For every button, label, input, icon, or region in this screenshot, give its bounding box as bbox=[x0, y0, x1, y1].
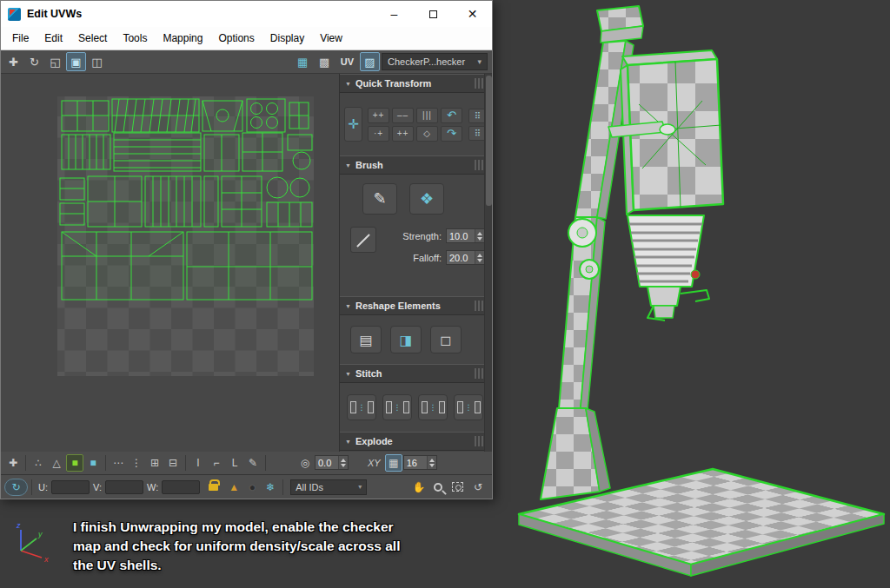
menu-select[interactable]: Select bbox=[70, 32, 115, 44]
stitch-to-average-button[interactable]: ⋮ bbox=[418, 394, 448, 420]
snap-checker-icon[interactable]: ▦ bbox=[293, 52, 313, 71]
rollout-reshape-elements[interactable]: ▼ Reshape Elements bbox=[340, 296, 492, 315]
relax-brush-button[interactable]: ❖ bbox=[409, 183, 444, 215]
align-vertical-button[interactable]: ·+ bbox=[368, 126, 389, 142]
edge-ring-button[interactable]: ⋮ bbox=[128, 454, 145, 472]
straighten-button[interactable]: ▤ bbox=[350, 326, 382, 353]
align-vertical-button[interactable]: I bbox=[189, 454, 207, 472]
align-element-button[interactable]: ◇ bbox=[416, 126, 438, 142]
freeform-mode-icon[interactable]: ▣ bbox=[66, 52, 86, 71]
stitch-to-target-button[interactable]: ⋮ bbox=[382, 394, 412, 420]
shrink-selection-button[interactable]: ⊟ bbox=[164, 454, 182, 472]
rollout-stitch[interactable]: ▼ Stitch bbox=[340, 364, 492, 383]
rollout-brush[interactable]: ▼ Brush bbox=[340, 155, 492, 175]
edge-mode-button[interactable]: △ bbox=[48, 454, 65, 472]
show-map-icon[interactable]: ▨ bbox=[360, 52, 380, 71]
grid-size-value[interactable]: 16 bbox=[404, 458, 427, 468]
divider bbox=[265, 455, 266, 471]
arc-rotate-icon[interactable]: ↺ bbox=[469, 479, 487, 496]
relax-button[interactable]: ◨ bbox=[390, 326, 422, 353]
close-button[interactable]: ✕ bbox=[453, 1, 492, 27]
axis-space-label[interactable]: XY bbox=[364, 458, 384, 468]
model-enlarger[interactable] bbox=[519, 6, 884, 576]
sphere-icon[interactable]: ● bbox=[243, 479, 261, 496]
falloff-spinner[interactable]: 20.0 bbox=[446, 250, 485, 265]
rotate-center-icon[interactable]: ◎ bbox=[296, 454, 314, 472]
spinner-arrows-icon[interactable] bbox=[475, 251, 484, 264]
strength-value[interactable]: 10.0 bbox=[447, 231, 475, 241]
map-selector-value: CheckerP...hecker bbox=[388, 56, 465, 67]
panel-scrollbar-thumb[interactable] bbox=[486, 76, 492, 206]
v-input[interactable] bbox=[105, 480, 143, 494]
status-toolbar: ↻ U: V: W: ▲ ● ❄ All IDs ▾ ✋ ↺ bbox=[1, 474, 492, 499]
falloff-row: Falloff: 20.0 bbox=[383, 250, 485, 265]
rotate-tool-icon[interactable]: ↻ bbox=[24, 52, 44, 71]
tile-map-icon[interactable]: ▩ bbox=[315, 52, 335, 71]
align-corner-button[interactable]: ⌐ bbox=[208, 454, 225, 472]
u-input[interactable] bbox=[51, 480, 90, 494]
rollout-quick-transform[interactable]: ▼ Quick Transform bbox=[340, 74, 492, 93]
minimize-button[interactable]: – bbox=[375, 1, 414, 27]
menu-tools[interactable]: Tools bbox=[115, 32, 155, 44]
menu-options[interactable]: Options bbox=[210, 32, 262, 44]
lock-icon[interactable] bbox=[209, 484, 218, 491]
spinner-arrows-icon[interactable] bbox=[338, 456, 348, 469]
menu-file[interactable]: File bbox=[4, 32, 37, 44]
window-titlebar[interactable]: Edit UVWs – ✕ bbox=[1, 1, 492, 27]
material-id-filter[interactable]: All IDs ▾ bbox=[290, 479, 367, 495]
space-horizontal-button[interactable]: –– bbox=[392, 108, 414, 123]
space-vertical-button[interactable]: ++ bbox=[392, 126, 414, 142]
rotate-angle-spinner[interactable]: 0.0 bbox=[315, 455, 349, 470]
strength-spinner[interactable]: 10.0 bbox=[446, 228, 485, 243]
menu-edit[interactable]: Edit bbox=[37, 32, 70, 44]
grid-snap-button[interactable]: ▦ bbox=[385, 454, 402, 472]
stitch-custom-button[interactable]: ⋮ bbox=[347, 394, 376, 420]
paint-move-brush-button[interactable]: ✎ bbox=[362, 183, 397, 215]
rollout-title: Reshape Elements bbox=[355, 301, 441, 311]
rectangularize-button[interactable]: ◻ bbox=[430, 326, 462, 353]
move-tool-icon[interactable]: ✚ bbox=[3, 52, 23, 71]
align-bottom-button[interactable]: L bbox=[226, 454, 243, 472]
scale-tool-icon[interactable]: ◱ bbox=[45, 52, 65, 71]
uv-canvas-svg[interactable] bbox=[1, 74, 340, 452]
map-selector-dropdown[interactable]: CheckerP...hecker ▾ bbox=[382, 53, 488, 70]
strength-row: Strength: 10.0 bbox=[383, 228, 485, 243]
pan-hand-icon[interactable]: ✋ bbox=[410, 479, 428, 496]
element-mode-button[interactable]: ■ bbox=[84, 454, 102, 472]
grow-selection-button[interactable]: ⊞ bbox=[146, 454, 163, 472]
face-mode-button[interactable]: ■ bbox=[66, 454, 83, 472]
move-subobject-icon[interactable]: ✚ bbox=[4, 454, 22, 472]
panel-scrollbar[interactable] bbox=[484, 74, 492, 452]
rollout-arrow-icon: ▼ bbox=[345, 303, 351, 309]
axis-gizmo[interactable]: z x y bbox=[7, 519, 56, 570]
falloff-value[interactable]: 20.0 bbox=[447, 253, 475, 263]
menu-view[interactable]: View bbox=[312, 32, 350, 44]
main-toolbar: ✚ ↻ ◱ ▣ ◫ ▦ ▩ UV ▨ CheckerP...hecker ▾ bbox=[1, 50, 492, 74]
menu-display[interactable]: Display bbox=[262, 32, 312, 44]
vertex-mode-button[interactable]: ∴ bbox=[30, 454, 47, 472]
uv-editor-canvas[interactable] bbox=[1, 74, 340, 452]
grid-size-spinner[interactable]: 16 bbox=[403, 455, 437, 470]
spinner-arrows-icon[interactable] bbox=[475, 229, 484, 242]
spinner-arrows-icon[interactable] bbox=[427, 456, 436, 469]
linear-align-button[interactable]: ||| bbox=[416, 108, 438, 123]
zoom-region-icon[interactable] bbox=[452, 482, 463, 492]
freeform-pencil-button[interactable]: ✎ bbox=[244, 454, 262, 472]
rollout-explode[interactable]: ▼ Explode bbox=[340, 432, 492, 451]
uvw-transform-icon[interactable]: ↻ bbox=[4, 479, 28, 496]
edge-loop-button[interactable]: ⋯ bbox=[110, 454, 127, 472]
rotate-ccw-button[interactable]: ↶ bbox=[441, 108, 462, 123]
align-pivot-button[interactable]: ✛ bbox=[344, 107, 362, 142]
w-input[interactable] bbox=[162, 480, 200, 494]
rotate-angle-value[interactable]: 0.0 bbox=[315, 458, 338, 468]
mirror-tool-icon[interactable]: ◫ bbox=[87, 52, 107, 71]
cone-icon[interactable]: ▲ bbox=[225, 479, 242, 496]
align-horizontal-button[interactable]: ++ bbox=[368, 108, 389, 123]
rotate-cw-button[interactable]: ↷ bbox=[441, 126, 462, 142]
zoom-icon[interactable] bbox=[434, 483, 442, 492]
snowflake-icon[interactable]: ❄ bbox=[262, 479, 279, 496]
menu-mapping[interactable]: Mapping bbox=[155, 32, 210, 44]
falloff-curve-button[interactable] bbox=[350, 227, 376, 253]
stitch-to-source-button[interactable]: ⋮ bbox=[454, 394, 483, 420]
maximize-button[interactable] bbox=[414, 1, 453, 27]
